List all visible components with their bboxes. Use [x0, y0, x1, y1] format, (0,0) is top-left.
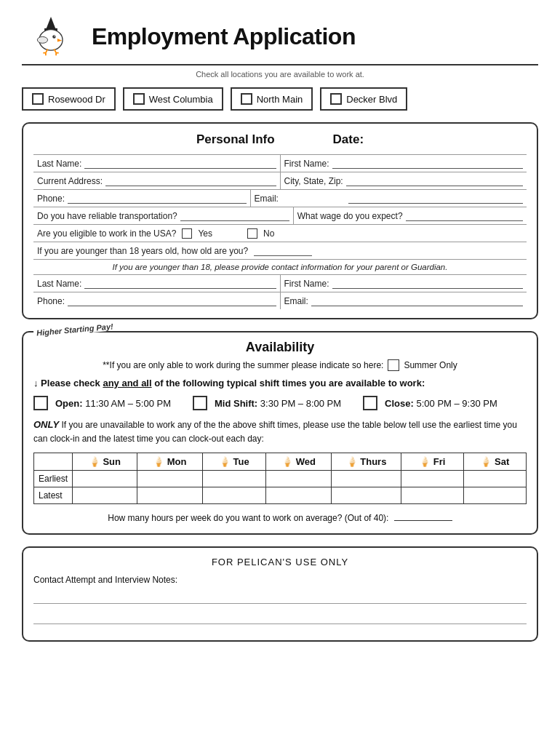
location-west-columbia[interactable]: West Columbia — [123, 87, 223, 111]
address-label: Current Address: — [37, 176, 103, 186]
earliest-mon-input[interactable] — [142, 474, 198, 484]
rosewood-checkbox[interactable] — [32, 93, 44, 105]
city-input[interactable] — [346, 175, 523, 186]
guardian-phone-cell: Phone: — [33, 292, 280, 309]
close-shift-bold: Close: — [385, 398, 414, 409]
contact-label: Contact Attempt and Interview Notes: — [33, 575, 527, 585]
earliest-fri[interactable] — [401, 470, 463, 487]
earliest-wed[interactable] — [265, 470, 331, 487]
decker-blvd-label: Decker Blvd — [346, 94, 397, 105]
open-shift-checkbox[interactable] — [33, 396, 48, 410]
earliest-fri-input[interactable] — [406, 474, 459, 484]
guardian-note: If you are younger than 18, please provi… — [33, 259, 527, 274]
close-shift-label: Close: 5:00 PM – 9:30 PM — [385, 398, 497, 409]
latest-tue[interactable] — [202, 487, 265, 503]
yes-checkbox[interactable] — [182, 228, 192, 239]
col-fri: 🍦 Fri — [401, 453, 463, 470]
earliest-tue[interactable] — [202, 470, 265, 487]
last-name-input[interactable] — [84, 158, 276, 169]
latest-fri-input[interactable] — [406, 490, 459, 501]
personal-info-header: Personal Info Date: — [33, 132, 527, 147]
earliest-sat[interactable] — [463, 470, 526, 487]
no-label: No — [263, 228, 274, 239]
personal-info-section: Personal Info Date: Last Name: First Nam… — [22, 122, 538, 319]
earliest-tue-input[interactable] — [207, 474, 261, 484]
availability-title: Availability — [33, 340, 527, 355]
age-input[interactable] — [254, 245, 312, 256]
eligible-label: Are you eligible to work in the USA? — [37, 228, 176, 239]
first-name-label: First Name: — [284, 159, 329, 169]
guardian-first-input[interactable] — [332, 278, 523, 289]
close-shift-checkbox[interactable] — [363, 396, 377, 410]
summer-note: **If you are only able to work during th… — [103, 360, 383, 370]
svg-point-3 — [37, 36, 47, 43]
location-north-main[interactable]: North Main — [231, 87, 313, 111]
guardian-last-input[interactable] — [84, 278, 276, 289]
earliest-thurs-input[interactable] — [336, 474, 396, 484]
logo-icon: Pelican's SNOBALLS — [22, 15, 80, 58]
mid-shift-checkbox[interactable] — [193, 396, 207, 410]
city-cell: City, State, Zip: — [281, 172, 527, 189]
latest-wed[interactable] — [265, 487, 331, 503]
earliest-sun-input[interactable] — [77, 474, 132, 484]
hours-line — [394, 520, 452, 521]
personal-info-title: Personal Info — [196, 132, 275, 147]
guardian-phone-input[interactable] — [68, 295, 276, 306]
guardian-first-label: First Name: — [284, 279, 329, 289]
no-checkbox[interactable] — [247, 228, 257, 239]
guardian-first-cell: First Name: — [281, 275, 527, 292]
table-row: Latest — [34, 487, 527, 503]
email-input[interactable] — [348, 193, 523, 204]
location-rosewood[interactable]: Rosewood Dr — [22, 87, 116, 111]
guardian-email-input[interactable] — [311, 295, 523, 306]
first-name-input[interactable] — [332, 158, 523, 169]
phone-row: Phone: Email: — [33, 189, 527, 207]
latest-wed-input[interactable] — [271, 490, 327, 501]
phone-input[interactable] — [68, 193, 247, 204]
latest-sun[interactable] — [73, 487, 137, 503]
summer-checkbox[interactable] — [388, 359, 399, 371]
summer-label: Summer Only — [404, 360, 457, 370]
latest-thurs[interactable] — [332, 487, 401, 503]
earliest-sun[interactable] — [73, 470, 137, 487]
col-sat: 🍦 Sat — [463, 453, 526, 470]
latest-fri[interactable] — [401, 487, 463, 503]
wage-input[interactable] — [406, 210, 523, 221]
earliest-mon[interactable] — [137, 470, 202, 487]
svg-point-4 — [52, 35, 55, 38]
latest-sat-input[interactable] — [468, 490, 521, 501]
col-thurs: 🍦 Thurs — [332, 453, 401, 470]
north-main-checkbox[interactable] — [241, 93, 252, 105]
first-name-cell: First Name: — [281, 155, 527, 172]
hours-question: How many hours per week do you want to w… — [108, 513, 388, 523]
email-input-cell — [345, 190, 527, 207]
address-input[interactable] — [105, 175, 276, 186]
latest-mon[interactable] — [137, 487, 202, 503]
transport-input[interactable] — [180, 210, 289, 221]
header: Pelican's SNOBALLS Employment Applicatio… — [22, 15, 538, 65]
latest-thurs-input[interactable] — [336, 490, 396, 501]
transport-label: Do you have reliable transportation? — [37, 211, 177, 221]
earliest-thurs[interactable] — [332, 470, 401, 487]
yes-label: Yes — [198, 228, 212, 239]
mid-shift-bold: Mid Shift: — [215, 398, 257, 409]
latest-sat[interactable] — [463, 487, 526, 503]
hours-row: How many hours per week do you want to w… — [33, 513, 527, 523]
mid-shift-label: Mid Shift: 3:30 PM – 8:00 PM — [215, 398, 341, 409]
transport-row: Do you have reliable transportation? Wha… — [33, 207, 527, 224]
open-shift-bold: Open: — [55, 398, 83, 409]
decker-blvd-checkbox[interactable] — [330, 93, 342, 105]
west-columbia-checkbox[interactable] — [133, 93, 145, 105]
mid-shift-time: 3:30 PM – 8:00 PM — [260, 398, 341, 409]
latest-mon-input[interactable] — [142, 490, 198, 501]
date-label: Date: — [333, 132, 364, 147]
location-decker-blvd[interactable]: Decker Blvd — [320, 87, 407, 111]
earliest-wed-input[interactable] — [271, 474, 327, 484]
earliest-sat-input[interactable] — [468, 474, 521, 484]
only-body: If you are unavailable to work any of th… — [33, 420, 517, 444]
latest-tue-input[interactable] — [207, 490, 261, 501]
open-shift-time: 11:30 AM – 5:00 PM — [85, 398, 171, 409]
latest-sun-input[interactable] — [77, 490, 132, 501]
address-cell: Current Address: — [33, 172, 280, 189]
shifts-row: Open: 11:30 AM – 5:00 PM Mid Shift: 3:30… — [33, 396, 527, 410]
